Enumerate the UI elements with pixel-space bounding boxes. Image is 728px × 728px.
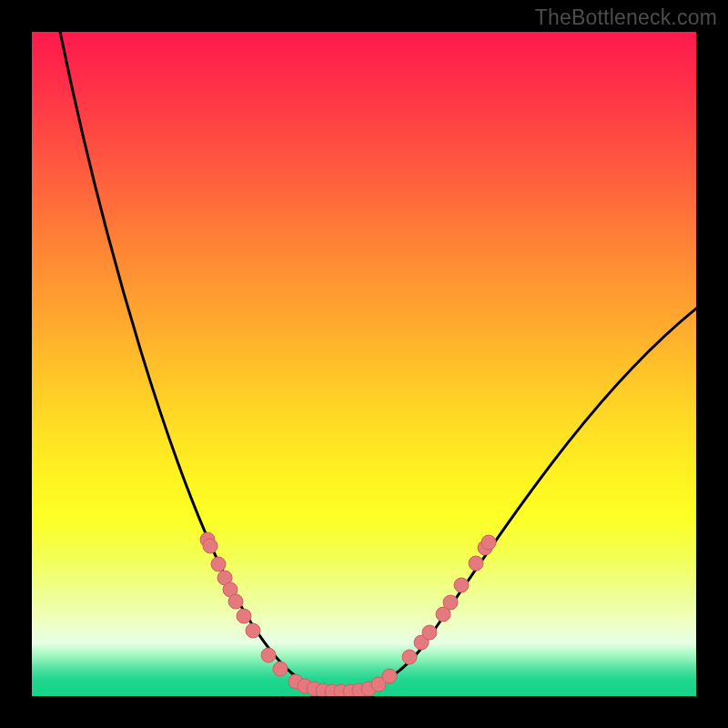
curve-marker [246,623,260,638]
curve-marker [228,594,243,609]
curve-marker [273,662,288,676]
bottleneck-curve-path [59,32,696,691]
curve-marker [203,539,217,553]
curve-marker [211,557,226,571]
curve-marker [469,556,483,571]
curve-marker [261,648,276,662]
marker-layer [200,532,496,696]
curve-marker [443,595,458,610]
plot-area [32,32,696,696]
curve-marker [422,625,437,640]
curve-marker [237,609,251,623]
chart-frame: TheBottleneck.com [0,0,728,728]
bottleneck-curve-svg [32,32,696,696]
curve-marker [454,578,469,592]
watermark-text: TheBottleneck.com [535,5,717,30]
curve-marker [481,535,496,550]
curve-marker [402,650,417,664]
curve-marker [382,669,397,683]
